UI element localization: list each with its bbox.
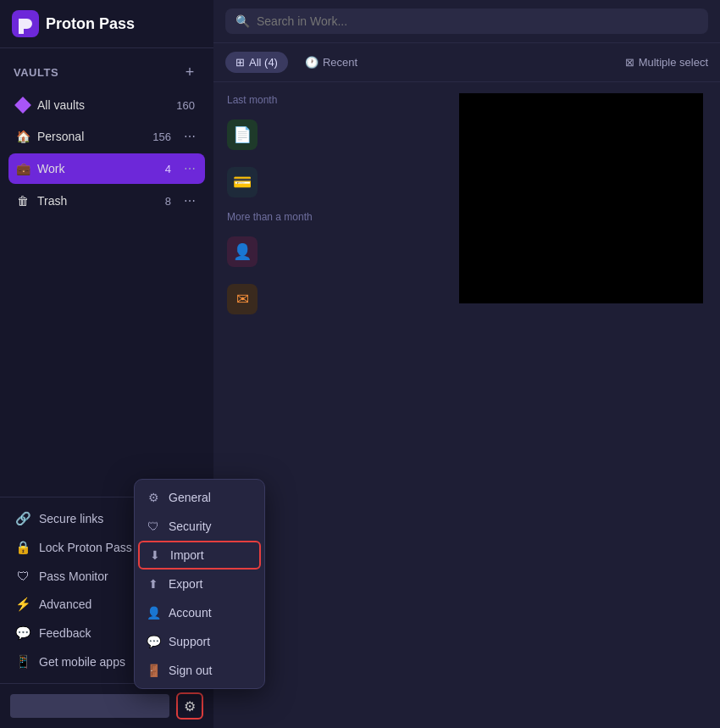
app-name: Proton Pass — [46, 15, 135, 33]
vault-name: Work — [37, 162, 158, 175]
mobile-icon: 📱 — [15, 654, 30, 670]
settings-context-menu: ⚙ General 🛡 Security ⬇ Import ⬆ Export 👤… — [134, 479, 265, 689]
menu-item-support[interactable]: 💬 Support — [135, 627, 264, 656]
sidebar-link-label: Advanced — [39, 597, 91, 611]
select-icon: ⊠ — [625, 56, 634, 69]
sidebar-link-label: Pass Monitor — [39, 570, 108, 583]
menu-item-label: Export — [169, 577, 202, 591]
vault-count: 156 — [152, 131, 171, 143]
multiple-select-label: Multiple select — [639, 56, 708, 69]
vaults-label: Vaults — [14, 66, 58, 79]
shield-icon: 🛡 — [15, 569, 30, 583]
filter-all-label: All (4) — [249, 56, 278, 69]
sidebar-footer: ⚙ — [0, 683, 213, 728]
multiple-select-button[interactable]: ⊠ Multiple select — [625, 56, 708, 69]
note-icon: 📄 — [227, 119, 258, 150]
menu-item-label: Support — [169, 635, 210, 648]
filter-bar: ⊞ All (4) 🕐 Recent ⊠ Multiple select — [213, 43, 720, 82]
search-input[interactable] — [257, 14, 698, 28]
diamond-icon — [15, 97, 30, 113]
general-icon: ⚙ — [147, 491, 160, 504]
app-logo: Proton Pass — [0, 0, 213, 48]
menu-item-label: General — [169, 491, 211, 504]
card-icon: 💳 — [227, 167, 258, 197]
search-bar[interactable]: 🔍 — [225, 8, 708, 34]
feedback-icon: 💬 — [15, 625, 30, 641]
main-header: 🔍 — [213, 0, 720, 43]
identity-icon: 👤 — [227, 236, 258, 267]
menu-item-label: Import — [170, 548, 204, 562]
redacted-overlay — [459, 93, 703, 303]
sidebar-link-label: Secure links — [39, 512, 103, 525]
vault-item-all-vaults[interactable]: All vaults 160 — [8, 91, 205, 119]
settings-gear-button[interactable]: ⚙ — [176, 692, 203, 720]
vault-item-work[interactable]: 💼 Work 4 ⋯ — [8, 153, 205, 184]
alias-icon: ✉ — [227, 284, 258, 314]
menu-item-general[interactable]: ⚙ General — [135, 483, 264, 512]
grid-icon: ⊞ — [235, 56, 245, 69]
menu-item-security[interactable]: 🛡 Security — [135, 512, 264, 541]
menu-item-account[interactable]: 👤 Account — [135, 598, 264, 627]
menu-item-label: Account — [169, 606, 212, 620]
proton-logo-icon — [12, 10, 39, 37]
sidebar-link-label: Lock Proton Pass — [39, 541, 132, 554]
sidebar-link-label: Feedback — [39, 626, 91, 640]
security-icon: 🛡 — [147, 520, 160, 533]
gear-icon: ⚙ — [184, 698, 196, 714]
lock-icon: 🔒 — [15, 540, 30, 555]
menu-item-signout[interactable]: 🚪 Sign out — [135, 656, 264, 685]
sidebar-link-label: Get mobile apps — [39, 655, 125, 669]
filter-recent-label: Recent — [323, 56, 357, 69]
vaults-header: Vaults + — [8, 58, 205, 86]
vault-count: 160 — [176, 99, 195, 112]
vault-name: Personal — [37, 130, 146, 143]
vault-name: Trash — [37, 194, 158, 208]
advanced-icon: ⚡ — [15, 597, 30, 612]
vault-more-icon[interactable]: ⋯ — [181, 128, 198, 145]
filter-all-button[interactable]: ⊞ All (4) — [225, 52, 288, 73]
import-icon: ⬇ — [148, 548, 162, 562]
vault-item-trash[interactable]: 🗑 Trash 8 ⋯ — [8, 186, 205, 216]
briefcase-icon: 💼 — [15, 161, 30, 176]
vault-more-icon[interactable]: ⋯ — [181, 160, 198, 177]
vault-name: All vaults — [37, 98, 169, 112]
export-icon: ⬆ — [147, 577, 160, 591]
signout-icon: 🚪 — [147, 664, 160, 677]
search-icon: 🔍 — [235, 14, 250, 28]
add-vault-button[interactable]: + — [180, 62, 200, 82]
trash-icon: 🗑 — [15, 193, 30, 208]
vault-count: 4 — [165, 163, 171, 175]
vault-count: 8 — [165, 195, 171, 208]
sidebar: Proton Pass Vaults + All vaults 160 🏠 Pe… — [0, 0, 213, 728]
filter-recent-button[interactable]: 🕐 Recent — [295, 52, 368, 73]
support-icon: 💬 — [147, 635, 160, 648]
clock-icon: 🕐 — [305, 56, 318, 69]
menu-item-label: Sign out — [169, 664, 212, 677]
vaults-section: Vaults + All vaults 160 🏠 Personal 156 ⋯… — [0, 48, 213, 225]
menu-item-export[interactable]: ⬆ Export — [135, 570, 264, 598]
menu-item-import[interactable]: ⬇ Import — [138, 541, 261, 570]
vault-more-icon[interactable]: ⋯ — [181, 192, 198, 209]
main-content: 🔍 ⊞ All (4) 🕐 Recent ⊠ Multiple select L… — [213, 0, 720, 728]
vault-item-personal[interactable]: 🏠 Personal 156 ⋯ — [8, 121, 205, 152]
account-icon: 👤 — [147, 606, 160, 620]
user-avatar[interactable] — [10, 694, 169, 718]
link-icon: 🔗 — [15, 511, 30, 526]
home-icon: 🏠 — [15, 129, 30, 144]
menu-item-label: Security — [169, 520, 212, 533]
